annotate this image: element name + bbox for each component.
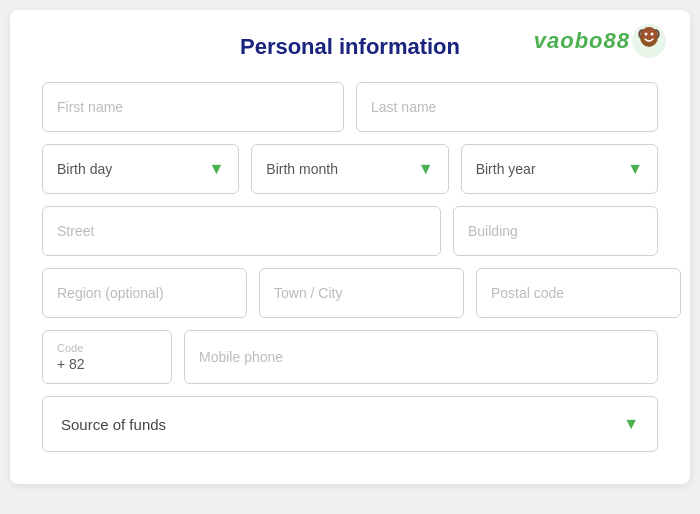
birth-month-label: Birth month [266, 161, 413, 177]
region-row [42, 268, 658, 318]
birth-day-select[interactable]: Birth day ▼ [42, 144, 239, 194]
birth-row: Birth day ▼ Birth month ▼ Birth year ▼ [42, 144, 658, 194]
svg-point-4 [651, 33, 654, 36]
mobile-phone-input[interactable] [184, 330, 658, 384]
birth-month-select[interactable]: Birth month ▼ [251, 144, 448, 194]
phone-row: Code + 82 [42, 330, 658, 384]
birth-year-chevron-icon: ▼ [627, 160, 643, 178]
town-city-input[interactable] [259, 268, 464, 318]
source-of-funds-select[interactable]: Source of funds ▼ [42, 396, 658, 452]
logo-icon [632, 24, 666, 58]
code-label: Code [57, 342, 157, 354]
source-of-funds-chevron-icon: ▼ [623, 415, 639, 433]
phone-code-wrapper: Code + 82 [42, 330, 172, 384]
street-row [42, 206, 658, 256]
building-input[interactable] [453, 206, 658, 256]
logo-area: vaobo88 [534, 24, 666, 58]
region-input[interactable] [42, 268, 247, 318]
birth-year-label: Birth year [476, 161, 623, 177]
birth-day-label: Birth day [57, 161, 204, 177]
name-row [42, 82, 658, 132]
street-input[interactable] [42, 206, 441, 256]
last-name-input[interactable] [356, 82, 658, 132]
birth-day-chevron-icon: ▼ [208, 160, 224, 178]
svg-point-3 [645, 33, 648, 36]
birth-month-chevron-icon: ▼ [418, 160, 434, 178]
birth-year-select[interactable]: Birth year ▼ [461, 144, 658, 194]
logo-text: vaobo88 [534, 28, 630, 54]
first-name-input[interactable] [42, 82, 344, 132]
personal-info-card: vaobo88 Personal information Birth day ▼… [10, 10, 690, 484]
source-of-funds-label: Source of funds [61, 416, 619, 433]
code-value: + 82 [57, 356, 157, 372]
postal-code-input[interactable] [476, 268, 681, 318]
